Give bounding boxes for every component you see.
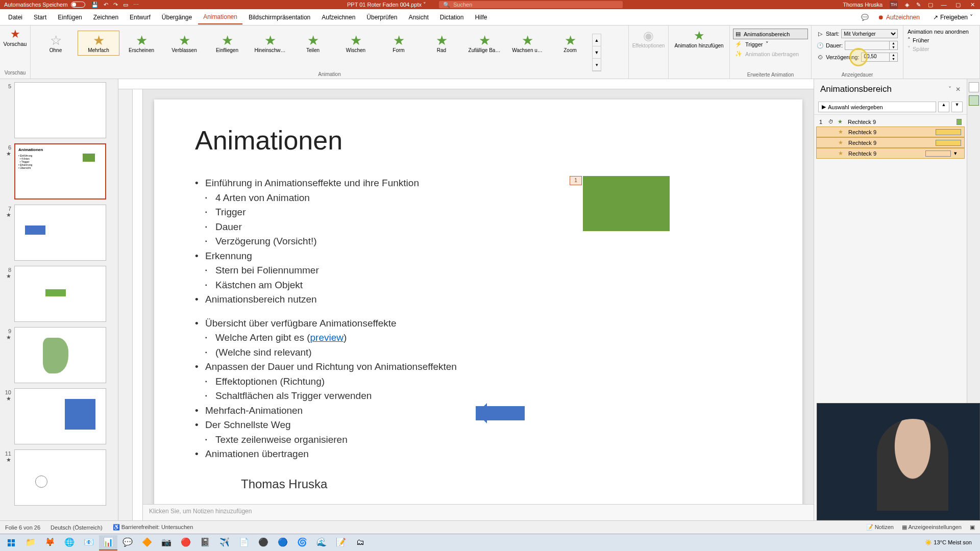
- firefox-icon[interactable]: 🦊: [41, 535, 59, 550]
- anim-ohne[interactable]: ☆Ohne: [35, 31, 77, 56]
- animation-pane-button[interactable]: ▤ Animationsbereich: [733, 29, 808, 39]
- tab-einfuegen[interactable]: Einfügen: [53, 11, 87, 24]
- animation-tag[interactable]: 1: [570, 176, 582, 185]
- slide-title[interactable]: Animationen: [195, 125, 762, 156]
- thumb-9[interactable]: [14, 327, 106, 383]
- spin-up[interactable]: ▲: [890, 53, 897, 57]
- maximize-button[interactable]: ▢: [954, 2, 962, 8]
- anim-rad[interactable]: ★Rad: [421, 31, 462, 56]
- pencil-icon[interactable]: ✎: [916, 2, 921, 8]
- collapse-bar[interactable]: [118, 79, 133, 520]
- autosave-toggle[interactable]: Automatisches Speichern: [4, 2, 85, 8]
- more-icon[interactable]: ⋯: [133, 2, 139, 8]
- anim-teilen[interactable]: ★Teilen: [292, 31, 334, 56]
- app-icon[interactable]: 📄: [235, 535, 253, 550]
- obs-icon[interactable]: ⚫: [254, 535, 273, 550]
- redo-icon[interactable]: ↷: [113, 2, 118, 8]
- anim-hineinschw[interactable]: ★Hineinschw…: [249, 31, 291, 56]
- green-rectangle-shape[interactable]: [583, 176, 670, 231]
- status-slide[interactable]: Folie 6 von 26: [5, 524, 40, 531]
- animation-entry[interactable]: ★Rechteck 9▾: [816, 148, 965, 159]
- anim-einfliegen[interactable]: ★Einfliegen: [206, 31, 248, 56]
- start-select[interactable]: Mit Vorheriger: [841, 29, 898, 38]
- comments-icon[interactable]: 💬: [861, 14, 869, 21]
- animation-entry[interactable]: ★Rechteck 9: [816, 137, 965, 148]
- tab-aufzeichnen[interactable]: Aufzeichnen: [316, 11, 360, 24]
- animation-entry[interactable]: 1⏱★Rechteck 9: [816, 117, 965, 127]
- app-icon[interactable]: 🔴: [177, 535, 195, 550]
- sidebar-btn-2[interactable]: [969, 95, 979, 106]
- duration-input[interactable]: ▲▼: [845, 41, 898, 50]
- anim-mehrfach[interactable]: ★Mehrfach: [78, 31, 119, 56]
- status-language[interactable]: Deutsch (Österreich): [51, 524, 102, 531]
- tab-ansicht[interactable]: Ansicht: [403, 11, 433, 24]
- anim-form[interactable]: ★Form: [378, 31, 420, 56]
- edge-icon[interactable]: 🌊: [312, 535, 331, 550]
- thumb-7[interactable]: [14, 205, 106, 261]
- move-down-button[interactable]: ▼: [951, 102, 963, 112]
- user-avatar[interactable]: TH: [890, 1, 898, 9]
- app-icon[interactable]: 💬: [118, 535, 137, 550]
- tab-datei[interactable]: Datei: [3, 11, 28, 24]
- powerpoint-icon[interactable]: 📊: [99, 535, 117, 550]
- weather-widget[interactable]: ☀️ 13°C Meist son: [925, 539, 972, 546]
- app-icon[interactable]: 🔶: [138, 535, 156, 550]
- minimize-button[interactable]: —: [940, 2, 947, 8]
- anim-wachsen[interactable]: ★Wachsen u…: [506, 31, 548, 56]
- share-button[interactable]: ↗ Freigeben ˅: [929, 12, 977, 23]
- tab-entwurf[interactable]: Entwurf: [125, 11, 156, 24]
- blue-arrow-shape[interactable]: [476, 406, 525, 420]
- toggle-switch[interactable]: [71, 2, 85, 8]
- anim-erscheinen[interactable]: ★Erscheinen: [120, 31, 162, 56]
- thumb-5[interactable]: [14, 82, 106, 138]
- app-icon[interactable]: 📝: [332, 535, 350, 550]
- close-icon[interactable]: ✕: [955, 86, 961, 93]
- notes-area[interactable]: Klicken Sie, um Notizen hinzuzufügen: [143, 504, 814, 520]
- app-icon[interactable]: 🗂: [351, 535, 370, 550]
- window-icon[interactable]: ▢: [928, 2, 933, 8]
- diamond-icon[interactable]: ◈: [905, 2, 909, 8]
- earlier-button[interactable]: ˄ Früher: [908, 37, 975, 43]
- app-icon[interactable]: 🌀: [293, 535, 311, 550]
- anim-wischen[interactable]: ★Wischen: [335, 31, 377, 56]
- start-button[interactable]: [2, 535, 20, 550]
- tab-zeichnen[interactable]: Zeichnen: [88, 11, 124, 24]
- tab-animationen[interactable]: Animationen: [198, 10, 242, 24]
- spin-down[interactable]: ▼: [890, 57, 897, 61]
- undo-icon[interactable]: ↶: [104, 2, 108, 8]
- tab-dictation[interactable]: Dictation: [435, 11, 469, 24]
- status-notes[interactable]: 📝 Notizen: [866, 524, 894, 531]
- slide-thumbnails[interactable]: 5 6★Animationen• Einführung • 4 Arten • …: [0, 79, 118, 520]
- delay-input[interactable]: 00,50▲▼: [861, 53, 898, 62]
- telegram-icon[interactable]: ✈️: [215, 535, 234, 550]
- tab-uebergaenge[interactable]: Übergänge: [157, 11, 197, 24]
- sidebar-btn-1[interactable]: [969, 82, 979, 92]
- close-button[interactable]: ✕: [969, 2, 976, 8]
- thumb-10[interactable]: [14, 388, 106, 444]
- animation-entry[interactable]: ★Rechteck 9: [816, 127, 965, 137]
- chrome-icon[interactable]: 🌐: [60, 535, 79, 550]
- app-icon[interactable]: 🔵: [274, 535, 292, 550]
- preview-button[interactable]: ★: [10, 28, 20, 41]
- play-selection-button[interactable]: ▶ Auswahl wiedergeben: [818, 102, 936, 112]
- record-button[interactable]: ⏺ Aufzeichnen: [874, 12, 924, 23]
- trigger-button[interactable]: ⚡ Trigger ˅: [733, 39, 808, 49]
- search-box[interactable]: 🔍 Suchen: [439, 1, 623, 8]
- outlook-icon[interactable]: 📧: [80, 535, 98, 550]
- move-up-button[interactable]: ▲: [938, 102, 949, 112]
- status-display[interactable]: ▦ Anzeigeeinstellungen: [902, 524, 962, 531]
- spin-up[interactable]: ▲: [890, 41, 897, 45]
- gallery-more[interactable]: ▾: [593, 59, 601, 71]
- chevron-down-icon[interactable]: ˅: [948, 86, 951, 93]
- tab-hilfe[interactable]: Hilfe: [470, 11, 492, 24]
- gallery-down[interactable]: ▼: [593, 46, 601, 59]
- thumb-8[interactable]: [14, 266, 106, 322]
- status-accessibility[interactable]: ♿ Barrierefreiheit: Untersuchen: [113, 524, 193, 531]
- save-icon[interactable]: 💾: [91, 2, 99, 8]
- tab-start[interactable]: Start: [29, 11, 52, 24]
- anim-zoom[interactable]: ★Zoom: [549, 31, 591, 56]
- app-icon[interactable]: 📷: [157, 535, 176, 550]
- view-normal-icon[interactable]: ▣: [970, 524, 975, 531]
- user-name[interactable]: Thomas Hruska: [843, 2, 883, 8]
- slide-author[interactable]: Thomas Hruska: [195, 477, 762, 491]
